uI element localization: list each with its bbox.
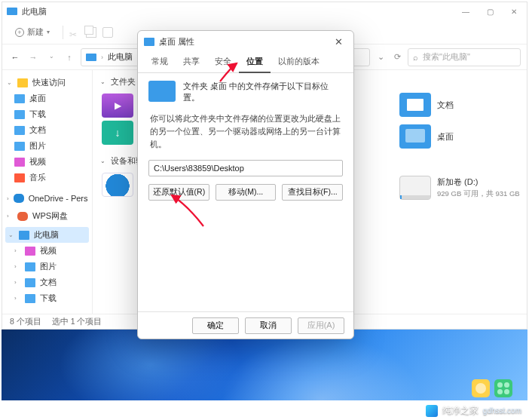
video-folder-icon bbox=[102, 94, 133, 118]
ok-button[interactable]: 确定 bbox=[192, 317, 239, 334]
star-icon bbox=[17, 78, 28, 87]
sidebar-item-desktop[interactable]: 桌面 bbox=[2, 90, 92, 106]
window-controls: — ▢ ✕ bbox=[457, 8, 522, 16]
target-path-input[interactable] bbox=[148, 160, 343, 176]
maximize-button[interactable]: ▢ bbox=[482, 8, 498, 16]
tab-previous-versions[interactable]: 以前的版本 bbox=[271, 52, 327, 72]
sidebar-item-pictures[interactable]: 图片 bbox=[2, 138, 92, 154]
cut-icon[interactable] bbox=[69, 27, 80, 38]
search-icon: ⌕ bbox=[413, 53, 418, 62]
desktop-folder-icon bbox=[148, 81, 176, 102]
refresh-icon[interactable]: ⟳ bbox=[391, 52, 403, 62]
music-icon bbox=[14, 173, 25, 182]
sidebar-onedrive[interactable]: ›OneDrive - Pers bbox=[2, 192, 92, 205]
nav-up-icon[interactable]: ↑ bbox=[63, 53, 76, 62]
location-headline: 文件夹 桌面 中的文件存储于以下目标位置。 bbox=[183, 81, 343, 103]
tab-location[interactable]: 位置 bbox=[239, 52, 271, 73]
sidebar-this-pc[interactable]: ⌄此电脑 bbox=[5, 227, 89, 243]
nav-back-icon[interactable]: ← bbox=[8, 53, 22, 62]
watermark-logo-icon bbox=[426, 405, 438, 417]
cancel-button[interactable]: 取消 bbox=[245, 317, 292, 334]
sidebar-wps[interactable]: ›WPS网盘 bbox=[2, 208, 92, 224]
dialog-tabs: 常规 共享 安全 位置 以前的版本 bbox=[138, 52, 353, 73]
tab-sharing[interactable]: 共享 bbox=[176, 52, 207, 72]
sidebar-item-pictures[interactable]: ›图片 bbox=[2, 259, 92, 274]
taskbar-icon[interactable] bbox=[472, 379, 490, 397]
caret-down-icon: ⌄ bbox=[8, 231, 14, 238]
disk-drive-icon bbox=[399, 176, 431, 200]
video-icon bbox=[14, 158, 25, 167]
download-icon bbox=[25, 294, 35, 303]
dialog-close-button[interactable]: ✕ bbox=[329, 36, 347, 48]
search-input[interactable]: ⌕ 搜索"此电脑" bbox=[408, 48, 521, 66]
location-headline-row: 文件夹 桌面 中的文件存储于以下目标位置。 bbox=[148, 81, 343, 103]
document-folder-icon bbox=[399, 93, 431, 117]
sidebar-item-label: 下载 bbox=[40, 293, 57, 304]
taskbar-icon[interactable] bbox=[494, 379, 512, 397]
sidebar-item-label: 音乐 bbox=[29, 172, 46, 183]
close-button[interactable]: ✕ bbox=[506, 8, 522, 16]
drive-label: 新加卷 (D:) bbox=[437, 177, 478, 186]
dialog-title: 桌面 属性 bbox=[159, 36, 194, 48]
tab-security[interactable]: 安全 bbox=[207, 52, 239, 72]
sidebar-item-videos[interactable]: ›视频 bbox=[2, 243, 92, 259]
chevron-down-icon: ▾ bbox=[47, 29, 50, 35]
move-button[interactable]: 移动(M)... bbox=[216, 184, 277, 201]
caret-right-icon: › bbox=[14, 295, 20, 302]
sidebar-item-label: 图片 bbox=[40, 261, 57, 272]
folder-label: 文档 bbox=[437, 100, 454, 111]
copy-icon[interactable] bbox=[86, 27, 96, 38]
sidebar-item-label: 桌面 bbox=[29, 93, 46, 104]
sidebar-item-downloads[interactable]: 下载 bbox=[2, 106, 92, 122]
desktop-icon bbox=[14, 94, 25, 103]
download-icon bbox=[14, 110, 25, 119]
nav-chevron-down-icon[interactable]: ⌄ bbox=[44, 53, 58, 62]
wps-icon bbox=[17, 212, 28, 221]
location-description: 你可以将此文件夹中文件存储的位置更改为此硬盘上的另一个位置、另一个驱动器或网络上… bbox=[150, 112, 341, 151]
watermark: 纯净之家 gdhsst.com bbox=[426, 404, 521, 417]
sidebar-item-documents[interactable]: 文档 bbox=[2, 122, 92, 138]
apply-button[interactable]: 应用(A) bbox=[298, 317, 344, 334]
minimize-button[interactable]: — bbox=[457, 8, 474, 16]
document-icon bbox=[14, 126, 25, 135]
sidebar-item-label: 视频 bbox=[40, 245, 57, 256]
dialog-footer: 确定 取消 应用(A) bbox=[138, 311, 353, 339]
video-icon bbox=[25, 247, 35, 256]
sidebar-item-label: 此电脑 bbox=[34, 229, 59, 241]
sidebar-quick-access[interactable]: ⌄ 快速访问 bbox=[2, 75, 92, 90]
caret-down-icon: ⌄ bbox=[7, 79, 13, 86]
window-title: 此电脑 bbox=[22, 6, 47, 17]
taskbar-fragment bbox=[472, 379, 512, 397]
drive-sublabel: 929 GB 可用，共 931 GB bbox=[437, 189, 520, 199]
navigation-pane: ⌄ 快速访问 桌面 下载 文档 图片 视频 音乐 ›OneDrive - Per… bbox=[2, 70, 93, 314]
toolbar-divider bbox=[63, 26, 63, 39]
sidebar-item-label: 快速访问 bbox=[32, 77, 66, 88]
restore-default-button[interactable]: 还原默认值(R) bbox=[148, 184, 209, 201]
watermark-name: 纯净之家 bbox=[442, 404, 479, 417]
paste-icon[interactable] bbox=[102, 27, 113, 38]
chevron-down-icon[interactable]: ⌄ bbox=[375, 52, 387, 62]
caret-right-icon: › bbox=[7, 195, 9, 202]
nav-forward-icon[interactable]: → bbox=[26, 53, 40, 62]
sidebar-item-documents[interactable]: ›文档 bbox=[2, 274, 92, 290]
caret-right-icon: › bbox=[14, 279, 20, 286]
sidebar-item-videos[interactable]: 视频 bbox=[2, 154, 92, 170]
sidebar-item-music[interactable]: 音乐 bbox=[2, 170, 92, 185]
search-placeholder: 搜索"此电脑" bbox=[423, 51, 470, 63]
dialog-body: 文件夹 桌面 中的文件存储于以下目标位置。 你可以将此文件夹中文件存储的位置更改… bbox=[138, 73, 353, 311]
this-pc-icon bbox=[7, 8, 17, 15]
desktop-folder-icon bbox=[399, 124, 431, 149]
watermark-url: gdhsst.com bbox=[483, 406, 521, 415]
find-target-button[interactable]: 查找目标(F)... bbox=[282, 184, 343, 201]
wps-drive-icon bbox=[102, 173, 133, 197]
new-button[interactable]: + 新建 ▾ bbox=[8, 23, 57, 41]
folder-documents[interactable]: 文档 bbox=[398, 91, 518, 118]
tab-general[interactable]: 常规 bbox=[144, 52, 176, 72]
caret-down-icon: ⌄ bbox=[100, 158, 106, 164]
sidebar-item-downloads[interactable]: ›下载 bbox=[2, 290, 92, 306]
drive-d[interactable]: 新加卷 (D:) 929 GB 可用，共 931 GB bbox=[398, 174, 529, 201]
folder-desktop[interactable]: 桌面 bbox=[398, 123, 518, 150]
desktop-wallpaper bbox=[2, 330, 527, 400]
caret-right-icon: › bbox=[14, 247, 20, 254]
caret-right-icon: › bbox=[7, 213, 13, 219]
